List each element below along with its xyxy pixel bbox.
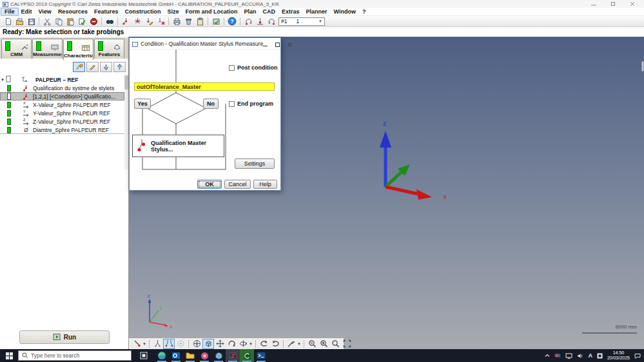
tree-root-row[interactable]: ▼ PALPEUR – REF <box>0 75 124 84</box>
tree-item-z-value[interactable]: Z Z-Valeur_Sphre PALPEUR REF <box>0 117 124 126</box>
probe-visibility-icon[interactable] <box>163 339 175 349</box>
stylus-combobox[interactable]: #1 1 ▼ <box>278 17 325 26</box>
collapse-triangle-icon[interactable]: ▼ <box>0 78 5 82</box>
tree-item-condition[interactable]: [1,2,1] [<Condition>] Qualificatio... <box>0 92 124 100</box>
help-icon[interactable]: ? <box>226 17 238 26</box>
probe-rotate-ccw-icon[interactable] <box>266 17 277 26</box>
menu-size[interactable]: Size <box>164 8 182 15</box>
menu-help[interactable]: ? <box>359 8 369 15</box>
move-up-icon[interactable] <box>113 62 126 72</box>
stylus-qualification-icon[interactable] <box>132 17 143 26</box>
restore-button[interactable] <box>610 1 616 6</box>
taskbar-app-photos[interactable] <box>197 349 211 362</box>
meet-now-icon[interactable] <box>554 353 561 358</box>
zoom-window-icon[interactable] <box>329 339 341 349</box>
checkbox-icon[interactable] <box>229 65 235 71</box>
network-icon[interactable] <box>565 353 572 359</box>
viewport-expander-handle[interactable] <box>641 61 644 71</box>
probe-direction-icon[interactable] <box>286 339 297 349</box>
chevron-down-icon[interactable]: ▼ <box>249 342 253 346</box>
tab-features[interactable]: Features <box>94 39 124 59</box>
taskbar-app-cad-viewer[interactable] <box>211 349 226 362</box>
taskbar-app-zeiss-tool[interactable] <box>226 349 240 362</box>
view-rotate-left-icon[interactable] <box>258 339 269 349</box>
menu-construction[interactable]: Construction <box>121 8 164 15</box>
save-plan-icon[interactable] <box>25 17 37 26</box>
menu-planner[interactable]: Planner <box>303 8 331 15</box>
language-indicator[interactable]: A <box>588 352 592 359</box>
run-button[interactable]: Run <box>19 330 110 344</box>
taskbar-app-calypso[interactable] <box>240 349 254 362</box>
edit-icon[interactable] <box>86 62 99 72</box>
tree-item-x-value[interactable]: X X-Valeur_Sphre PALPEUR REF <box>0 100 124 109</box>
menu-file[interactable]: File <box>1 8 18 15</box>
taskbar-app-powershell[interactable] <box>254 349 268 362</box>
menu-extras[interactable]: Extras <box>278 8 303 15</box>
view-cube-icon[interactable] <box>202 339 214 349</box>
new-plan-icon[interactable] <box>2 17 14 26</box>
taskbar-app-outlook[interactable] <box>169 349 183 362</box>
stylus-select-icon[interactable] <box>131 339 142 349</box>
dialog-minimize-button[interactable] <box>263 38 268 50</box>
clock[interactable]: 14:50 20/03/2025 <box>607 350 630 361</box>
end-program-checkbox[interactable]: End program <box>229 100 273 107</box>
tree-item-y-value[interactable]: Y Y-Valeur_Sphre PALPEUR REF <box>0 109 124 117</box>
dialog-title-bar[interactable]: Condition - Qualification Master Stylus … <box>130 38 280 50</box>
start-button[interactable] <box>0 349 18 362</box>
menu-cad[interactable]: CAD <box>259 8 278 15</box>
task-view-button[interactable] <box>137 349 151 362</box>
clipboard-icon[interactable] <box>194 17 206 26</box>
open-plan-icon[interactable] <box>14 17 25 26</box>
tree-item-qualification[interactable]: Qualification du systme de stylets <box>0 84 124 92</box>
menu-edit[interactable]: Edit <box>18 8 35 15</box>
dialog-maximize-button[interactable] <box>275 38 280 50</box>
probe-rotate-cw-icon[interactable] <box>242 17 254 26</box>
menu-form-and-location[interactable]: Form and Location <box>182 8 240 15</box>
pan-icon[interactable] <box>214 339 226 349</box>
settings-button[interactable]: Settings <box>235 158 275 169</box>
stylus-system-icon[interactable] <box>120 17 132 26</box>
qualification-block[interactable]: Qualification Master Stylus... <box>132 135 224 157</box>
tray-chevron-up-icon[interactable] <box>545 354 550 357</box>
chevron-down-icon[interactable]: ▼ <box>142 342 147 346</box>
post-condition-checkbox[interactable]: Post condition <box>229 64 278 71</box>
condition-expression-field[interactable]: outOfTolerance_Master <box>134 82 275 91</box>
stylus-edit-icon[interactable] <box>143 17 155 26</box>
menu-plan[interactable]: Plan <box>240 8 259 15</box>
probe-position-icon[interactable] <box>254 17 266 26</box>
tree-scrollbar-thumb[interactable] <box>124 75 128 90</box>
search-icon[interactable] <box>104 17 115 26</box>
checkbox-icon[interactable] <box>229 101 235 107</box>
tab-cmm[interactable]: CMM <box>1 39 32 59</box>
menu-resources[interactable]: Resources <box>55 8 91 15</box>
stop-icon[interactable] <box>88 17 99 26</box>
delete-icon[interactable] <box>182 17 194 26</box>
rotate-free-icon[interactable] <box>226 339 237 349</box>
print-icon[interactable] <box>171 17 182 26</box>
no-branch-button[interactable]: No <box>203 99 219 109</box>
zoom-out-icon[interactable] <box>306 339 318 349</box>
copy-icon[interactable] <box>53 17 64 26</box>
taskbar-search[interactable] <box>18 350 132 361</box>
minimize-button[interactable] <box>591 1 596 6</box>
navigation-wheel-icon[interactable] <box>191 339 202 349</box>
help-button[interactable]: Help <box>253 180 277 189</box>
cut-icon[interactable] <box>41 17 53 26</box>
chevron-down-icon[interactable]: ▼ <box>297 342 302 346</box>
dialog-close-button[interactable] <box>288 38 292 50</box>
yes-branch-button[interactable]: Yes <box>134 99 151 109</box>
cnc-start-icon[interactable] <box>210 17 222 26</box>
taskbar-app-edge[interactable] <box>155 349 169 362</box>
menu-features[interactable]: Features <box>91 8 122 15</box>
menu-window[interactable]: Window <box>331 8 359 15</box>
rotate-axis-icon[interactable] <box>237 339 249 349</box>
zoom-fit-icon[interactable] <box>341 339 353 349</box>
volume-icon[interactable] <box>577 353 583 359</box>
close-button[interactable] <box>630 1 635 6</box>
cancel-button[interactable]: Cancel <box>224 180 251 189</box>
move-down-icon[interactable] <box>100 62 112 72</box>
search-input[interactable] <box>31 352 118 359</box>
action-center-icon[interactable] <box>634 353 641 359</box>
tab-measurement[interactable]: Measuremen... <box>32 39 63 59</box>
menu-view[interactable]: View <box>35 8 55 15</box>
